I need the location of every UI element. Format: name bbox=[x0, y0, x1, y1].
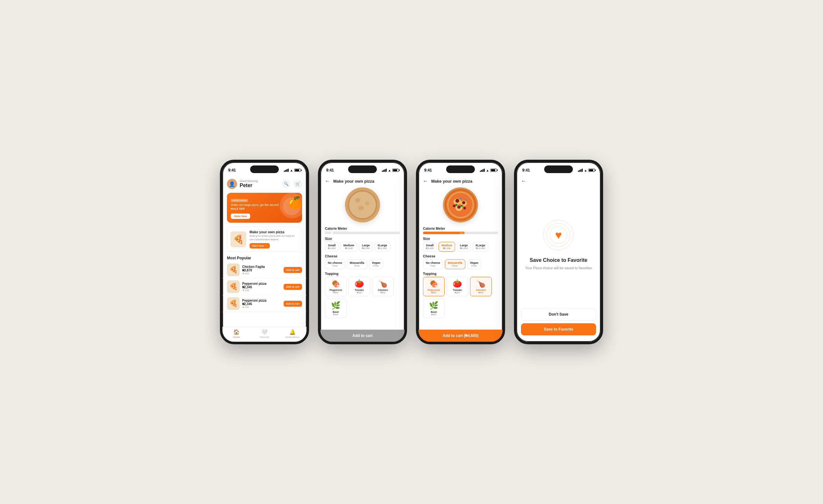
pizza-image-2 bbox=[345, 187, 380, 222]
make-pizza-card: 🍕 Make your own pizza Build your dream p… bbox=[227, 226, 302, 252]
status-icons-4: ▲ bbox=[578, 169, 595, 172]
save-to-favorite-button[interactable]: Save to Favorite bbox=[521, 323, 596, 335]
notifications-icon: 🔔 bbox=[289, 329, 296, 335]
size-large-3[interactable]: Large₦8,000 bbox=[457, 242, 471, 252]
add-to-cart-btn-3[interactable]: Add to cart (₦4,600) bbox=[419, 330, 503, 342]
pizza-card-title: Make your own pizza bbox=[250, 230, 299, 234]
dont-save-button[interactable]: Don't Save bbox=[521, 308, 596, 321]
battery-icon-3 bbox=[490, 169, 497, 172]
cheese-mozz-2[interactable]: MozzarellaFree bbox=[347, 259, 367, 269]
builder-screen-2: ← Make your own pizza bbox=[320, 176, 404, 342]
promo-badge: Limited Offer bbox=[231, 199, 248, 202]
size-section-3: Size bbox=[423, 237, 498, 240]
menu-item-3-info: Pepperoni pizza ₦2,345 ★ 4.6 bbox=[242, 299, 281, 309]
topping-section-3: Topping bbox=[423, 272, 498, 276]
phone2-content: ← Make your own pizza bbox=[320, 176, 404, 342]
cheese-vegan-2[interactable]: VeganFree bbox=[369, 259, 383, 269]
wifi-icon-1: ▲ bbox=[290, 169, 293, 172]
menu-item-3-rating: ★ 4.6 bbox=[242, 306, 281, 309]
promo-desc: Order one large pizza, get the second HA… bbox=[231, 203, 279, 211]
status-time-4: 9:41 bbox=[522, 168, 530, 172]
add-to-cart-1[interactable]: Add to cart bbox=[284, 267, 302, 273]
size-medium-2[interactable]: Medium₦5,000 bbox=[341, 242, 357, 252]
cheese-mozz-3[interactable]: MozzarellaFree bbox=[445, 259, 465, 269]
save-header: ← bbox=[516, 176, 601, 186]
signal-icon-3 bbox=[480, 169, 485, 172]
bottom-nav: 🏠 Home 🤍 Favorite 🔔 Notifications bbox=[222, 327, 307, 342]
calorie-section-3: Calorie Meter bbox=[423, 226, 498, 230]
builder-content-3: Calorie Meter 213 Size Small₦3,000 Mediu… bbox=[419, 224, 503, 330]
calorie-track-3: 213 bbox=[423, 232, 498, 234]
order-now-button[interactable]: Order Now bbox=[231, 213, 250, 219]
dynamic-island-1 bbox=[250, 165, 279, 173]
cheese-options-3: No cheeseFree MozzarellaFree VeganFree bbox=[423, 259, 498, 269]
heart-container: ♥ bbox=[543, 219, 574, 251]
svg-point-5 bbox=[358, 206, 364, 210]
nav-favorite-label: Favorite bbox=[260, 336, 269, 339]
menu-item-1-info: Chicken Fagita ₦3,870 ★ 4.8 bbox=[242, 265, 281, 275]
start-now-button[interactable]: Start Now → bbox=[250, 243, 270, 248]
cheese-none-3[interactable]: No cheeseFree bbox=[423, 259, 443, 269]
nav-home-label: Home bbox=[233, 336, 239, 339]
save-title: Save Choice to Favorite bbox=[529, 258, 587, 263]
calorie-meter-2 bbox=[325, 232, 400, 234]
size-xlarge-2[interactable]: XLarge₦10,000 bbox=[374, 242, 390, 252]
size-xlarge-3[interactable]: XLarge₦10,000 bbox=[473, 242, 488, 252]
search-button[interactable]: 🔍 bbox=[282, 179, 291, 188]
promo-decoration: 🍊 bbox=[277, 193, 302, 218]
builder-title-3: Make your own pizza bbox=[431, 179, 472, 184]
wifi-icon-3: ▲ bbox=[486, 169, 489, 172]
svg-point-16 bbox=[453, 205, 455, 207]
cheese-section-3: Cheese bbox=[423, 254, 498, 258]
battery-icon-4 bbox=[589, 169, 595, 172]
cheese-section-2: Cheese bbox=[325, 254, 400, 258]
promo-banner: Limited Offer Order one large pizza, get… bbox=[227, 193, 302, 223]
back-button-3[interactable]: ← bbox=[423, 178, 428, 184]
nav-home[interactable]: 🏠 Home bbox=[222, 329, 251, 339]
builder-header-2: ← Make your own pizza bbox=[320, 176, 404, 186]
size-small-3[interactable]: Small₦3,000 bbox=[423, 242, 437, 252]
add-to-cart-3[interactable]: Add to cart bbox=[284, 301, 302, 307]
topping-pepperoni-2[interactable]: 🍖 Pepperoni ₦300 bbox=[325, 277, 347, 296]
menu-item-2-price: ₦2,345 bbox=[242, 286, 281, 289]
menu-item-2-info: Pepperoni pizza ₦2,345 ★ 4.6 bbox=[242, 282, 281, 292]
pizza-card-image: 🍕 bbox=[230, 231, 246, 247]
size-large-2[interactable]: Large₦8,000 bbox=[359, 242, 373, 252]
add-to-cart-2[interactable]: Add to cart bbox=[284, 284, 302, 290]
topping-extra-1-3[interactable]: 🌿 Basil ₦150 bbox=[423, 299, 445, 318]
size-options-2: Small₦3,000 Medium₦5,000 Large₦8,000 XLa… bbox=[325, 242, 400, 252]
nav-notifications[interactable]: 🔔 Notifications bbox=[279, 329, 307, 339]
back-button-4[interactable]: ← bbox=[521, 178, 526, 184]
cheese-options-2: No cheeseFree MozzarellaFree VeganFree bbox=[325, 259, 400, 269]
menu-item-1-price: ₦3,870 bbox=[242, 269, 281, 272]
status-time-1: 9:41 bbox=[228, 168, 236, 172]
topping-chicken-2[interactable]: 🍗 Chicken ₦500 bbox=[372, 277, 394, 296]
cheese-none-2[interactable]: No cheeseFree bbox=[325, 259, 345, 269]
svg-point-17 bbox=[463, 207, 466, 209]
phone1-content: 👤 Good Morning Peter 🔍 🛒 Limited Offer bbox=[222, 176, 307, 342]
topping-tomato-3[interactable]: 🍅 Tomato ₦200 bbox=[447, 277, 468, 296]
status-time-3: 9:41 bbox=[424, 168, 432, 172]
signal-icon-2 bbox=[382, 169, 387, 172]
builder-header-3: ← Make your own pizza bbox=[419, 176, 503, 186]
toppings-grid-3: 🍖 Pepperoni ₦300 🍅 Tomato ₦200 🍗 Chicken bbox=[423, 277, 498, 296]
dynamic-island-2 bbox=[348, 165, 377, 173]
svg-point-14 bbox=[462, 201, 465, 204]
topping-chicken-3[interactable]: 🍗 Chicken ₦500 bbox=[470, 277, 492, 296]
phone4-content: ← ♥ Save Choice to Favorite Your Pizza c… bbox=[516, 176, 601, 342]
topping-pepperoni-3[interactable]: 🍖 Pepperoni ₦300 bbox=[423, 277, 445, 296]
nav-favorite[interactable]: 🤍 Favorite bbox=[251, 329, 279, 339]
back-button-2[interactable]: ← bbox=[325, 178, 330, 184]
save-content: ♥ Save Choice to Favorite Your Pizza cho… bbox=[516, 186, 601, 304]
dynamic-island-3 bbox=[446, 165, 475, 173]
size-options-3: Small₦3,000 Medium₦5,000 Large₦8,000 XLa… bbox=[423, 242, 498, 252]
topping-tomato-2[interactable]: 🍅 Tomato ₦200 bbox=[348, 277, 370, 296]
svg-point-4 bbox=[365, 201, 369, 205]
size-medium-3[interactable]: Medium₦5,000 bbox=[439, 242, 455, 252]
size-small-2[interactable]: Small₦3,000 bbox=[325, 242, 339, 252]
cart-button[interactable]: 🛒 bbox=[293, 179, 302, 188]
phone-3: 9:41 ▲ ← Make your own pizza bbox=[416, 160, 505, 344]
add-to-cart-btn-2[interactable]: Add to cart bbox=[320, 330, 404, 342]
cheese-vegan-3[interactable]: VeganFree bbox=[467, 259, 482, 269]
topping-extra-1-2[interactable]: 🌿 Basil ₦150 bbox=[325, 299, 347, 318]
